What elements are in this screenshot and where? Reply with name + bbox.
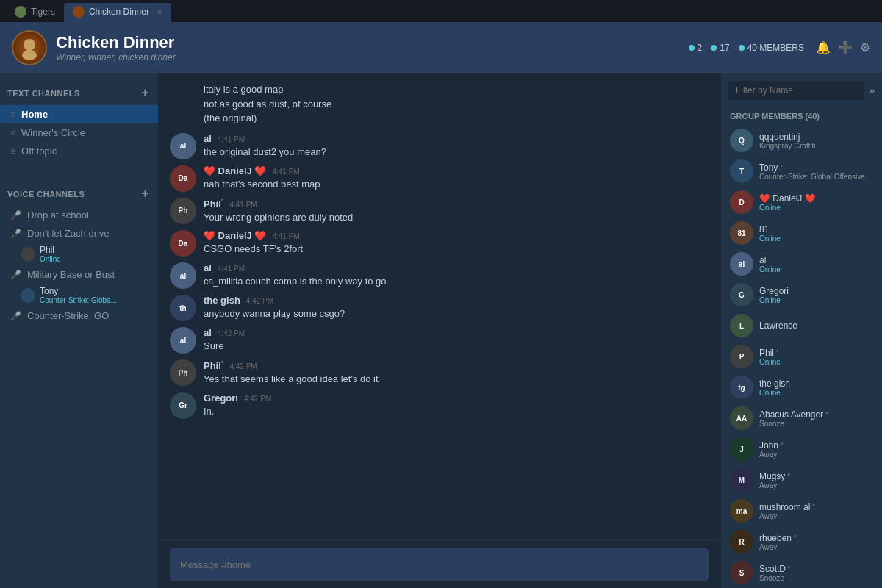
member-name: Gregori <box>759 286 789 296</box>
add-friend-icon[interactable]: ➕ <box>838 40 853 54</box>
server-name: Chicken Dinner <box>56 33 176 52</box>
member-item[interactable]: PPhil°Online <box>721 341 882 372</box>
member-avatar: 81 <box>730 221 753 245</box>
off-topic-icon: ≡ <box>10 146 15 157</box>
member-item[interactable]: mamushroom al°Away <box>721 495 882 526</box>
tony-name: Tony <box>40 286 117 296</box>
text-channels-header: Text Channels ＋ <box>0 81 158 105</box>
msg-header: Gregori4:42 PM <box>204 392 709 404</box>
msg-header: ❤️ DanielJ ❤️4:41 PM <box>204 230 709 241</box>
member-item[interactable]: tgthe gishOnline <box>721 372 882 403</box>
member-info: 81Online <box>759 224 781 243</box>
military-label: Military Base or Bust <box>27 269 115 280</box>
member-item[interactable]: JJohn°Away <box>721 434 882 465</box>
voice-user-phil: Phil Online <box>0 243 158 265</box>
member-avatar: D <box>730 190 753 214</box>
msg-content: al4:41 PMthe original dust2 you mean? <box>204 133 709 159</box>
member-item[interactable]: TTony°Counter-Strike: Global Offensive <box>721 156 882 187</box>
member-item[interactable]: AAAbacus Avenger°Snooze <box>721 403 882 434</box>
member-name: the gish <box>759 379 790 389</box>
channel-winners-circle[interactable]: ≡ Winner's Circle <box>0 123 158 142</box>
member-item[interactable]: D❤️ DanielJ ❤️Online <box>721 187 882 218</box>
msg-text: cs_militia couch camp is the only way to… <box>204 275 709 288</box>
msg-text: nah that's second best map <box>204 178 709 191</box>
member-status: Kingspray Graffiti <box>759 142 816 150</box>
msg-avatar: al <box>170 133 196 159</box>
member-item[interactable]: QqqquentinjKingspray Graffiti <box>721 125 882 156</box>
msg-author: al <box>204 262 212 273</box>
message-10: GrGregori4:42 PMIn. <box>170 392 709 419</box>
close-tab-icon[interactable]: ✕ <box>157 8 162 16</box>
msg-content: Gregori4:42 PMIn. <box>204 392 709 418</box>
notifications-icon[interactable]: 🔔 <box>816 40 831 54</box>
member-avatar: ma <box>730 499 753 523</box>
member-avatar: Q <box>730 129 753 152</box>
member-item[interactable]: 8181Online <box>721 218 882 248</box>
member-status: Online <box>759 204 816 212</box>
off-topic-label: Off topic <box>21 146 57 157</box>
member-name: Phil° <box>759 348 781 358</box>
message-5: Da❤️ DanielJ ❤️4:41 PMCSGO needs TF's 2f… <box>170 230 709 257</box>
msg-avatar: Ph <box>170 198 196 224</box>
tab-bar: Tigers Chicken Dinner ✕ <box>0 0 882 22</box>
member-item[interactable]: MMugsy°Away <box>721 465 882 495</box>
msg-avatar: Da <box>170 165 196 192</box>
member-avatar: tg <box>730 376 753 399</box>
member-status: Away <box>759 451 784 459</box>
msg-content: ❤️ DanielJ ❤️4:41 PMCSGO needs TF's 2for… <box>204 230 709 256</box>
member-status: Away <box>759 512 815 520</box>
military-voice-icon: 🎤 <box>10 270 21 280</box>
member-info: alOnline <box>759 255 781 273</box>
settings-icon[interactable]: ⚙ <box>860 40 870 54</box>
message-3: Da❤️ DanielJ ❤️4:41 PMnah that's second … <box>170 165 709 192</box>
member-avatar: L <box>730 314 753 337</box>
member-item[interactable]: LLawrence <box>721 310 882 341</box>
member-avatar: al <box>730 252 753 276</box>
server-tagline: Winner, winner, chicken dinner <box>56 52 176 62</box>
phil-status: Online <box>40 255 61 263</box>
tab-chicken-dinner[interactable]: Chicken Dinner ✕ <box>64 3 171 22</box>
channel-csgo[interactable]: 🎤 Counter-Strike: GO <box>0 306 158 325</box>
channel-off-topic[interactable]: ≡ Off topic <box>0 142 158 160</box>
member-avatar: AA <box>730 406 753 430</box>
member-status: Away <box>759 481 790 490</box>
svg-point-1 <box>22 50 37 60</box>
tab-tigers[interactable]: Tigers <box>6 3 64 22</box>
members-stat: 40 MEMBERS <box>739 43 804 53</box>
msg-content: al4:42 PMSure <box>204 327 709 353</box>
msg-text: the original dust2 you mean? <box>204 146 709 159</box>
voice-channels-header: Voice Channels ＋ <box>0 182 158 206</box>
msg-author: al <box>204 133 212 144</box>
msg-text: Your wrong opinions are duly noted <box>204 211 709 224</box>
msg-header: Phil°4:41 PM <box>204 198 709 209</box>
channel-dont-zach[interactable]: 🎤 Don't let Zach drive <box>0 224 158 243</box>
member-name: rhueben° <box>759 533 797 543</box>
expand-members-icon[interactable]: » <box>869 85 875 96</box>
member-item[interactable]: Rrhueben°Away <box>721 526 882 557</box>
chicken-dinner-icon <box>73 6 85 18</box>
tony-avatar <box>21 288 35 303</box>
csgo-voice-icon: 🎤 <box>10 311 21 321</box>
msg-header: ❤️ DanielJ ❤️4:41 PM <box>204 165 709 176</box>
main-layout: Text Channels ＋ ≡ Home ≡ Winner's Circle… <box>0 74 882 588</box>
members-search-input[interactable] <box>728 81 864 100</box>
messages-list: italy is a good mapnot as good as dust, … <box>158 74 720 540</box>
add-voice-channel-icon[interactable]: ＋ <box>139 186 151 201</box>
member-item[interactable]: alalOnline <box>721 248 882 279</box>
message-4: PhPhil°4:41 PMYour wrong opinions are du… <box>170 198 709 225</box>
phil-avatar <box>21 247 35 262</box>
home-channel-icon: ≡ <box>10 110 15 120</box>
server-header: Chicken Dinner Winner, winner, chicken d… <box>0 22 882 74</box>
member-avatar: S <box>730 561 753 584</box>
chat-input[interactable] <box>170 548 709 581</box>
channel-military[interactable]: 🎤 Military Base or Bust <box>0 265 158 284</box>
member-item[interactable]: GGregoriOnline <box>721 279 882 310</box>
member-item[interactable]: SScottD°Snooze <box>721 557 882 588</box>
member-avatar: J <box>730 437 753 461</box>
chicken-dinner-tab-label: Chicken Dinner <box>89 7 149 17</box>
channel-home[interactable]: ≡ Home <box>0 105 158 123</box>
add-text-channel-icon[interactable]: ＋ <box>139 85 151 101</box>
channel-drop-school[interactable]: 🎤 Drop at school <box>0 206 158 224</box>
message-6: alal4:41 PMcs_militia couch camp is the … <box>170 262 709 289</box>
member-name: 81 <box>759 224 781 234</box>
